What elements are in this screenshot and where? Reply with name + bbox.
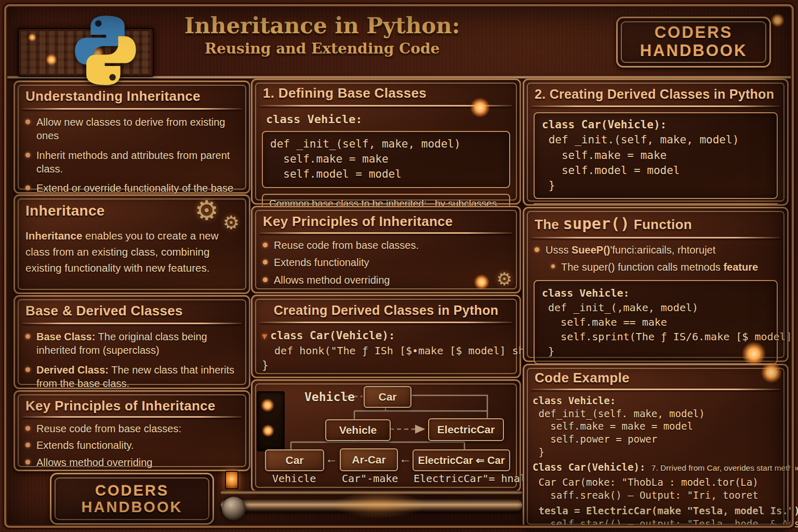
bullet-item: Extends functionality bbox=[263, 256, 509, 269]
lamp-glow bbox=[46, 54, 57, 65]
bullet-text: Allow new classes to derive from existin… bbox=[36, 115, 238, 143]
panel-title: 2. Creating Derived Classes in Python bbox=[524, 80, 787, 105]
diagram-box-vehicle: Vehicle bbox=[325, 419, 391, 441]
code-line: self.model = model bbox=[542, 163, 769, 178]
title-rule bbox=[260, 105, 512, 107]
code-block: class Vehicle: def _init_(,make, model) … bbox=[534, 280, 778, 364]
bullet-text: Allows method overriding bbox=[36, 456, 152, 469]
panel-super-function: The super() Function Usss SueeP()'funci:… bbox=[523, 207, 789, 362]
bullet-dot bbox=[263, 260, 268, 264]
code-line: Car Car(moke: "ThobLa : model.tor(La) bbox=[533, 476, 779, 489]
panel-title: Key Principles of Inheritance bbox=[15, 392, 249, 416]
lead-word: Inheritance bbox=[25, 230, 82, 242]
lamp-glow bbox=[28, 33, 36, 42]
gear-icon: ⚙ bbox=[194, 197, 219, 224]
panel-base-derived-classes: Base & Derived Classes Base Class: The o… bbox=[14, 295, 250, 389]
panel-creating-derived-middle: Creating Derived Classes in Python ▼clas… bbox=[251, 295, 521, 378]
code-line: class Vehicle: bbox=[542, 286, 769, 300]
diagram-caption: ElectricCar"= hnales bbox=[414, 472, 539, 485]
panel-inheritance-definition: ⚙ ⚙ Inheritance Inheritance enables you … bbox=[14, 194, 250, 294]
panel-code-example: Code Example class Vehicle: def_init_(se… bbox=[523, 364, 789, 529]
code-line: } bbox=[262, 358, 520, 373]
bullet-text: Extends functionality bbox=[274, 256, 369, 269]
bullet-item: Usss SueeP()'funci:ariicails, rhtorujet bbox=[535, 243, 777, 257]
diagram-label-vehicle: Vehicle bbox=[304, 390, 355, 404]
title-line2: Reusing and Extending Code bbox=[156, 40, 488, 57]
code-block: class Car(Vehicle): def _init.(self, mak… bbox=[534, 112, 778, 199]
code-line: class Car(Vehicle): bbox=[542, 117, 769, 132]
panel-title: 1. Defining Base Classes bbox=[252, 80, 520, 105]
bullet-dot bbox=[25, 185, 30, 190]
code-comment: 7. Drrived from Car, overides start meth… bbox=[651, 463, 798, 472]
code-line: def _init.(self, make, model) bbox=[542, 132, 769, 148]
badge-line1: CODERS bbox=[655, 24, 733, 42]
code-line: def_init_(self. make, model) bbox=[533, 407, 779, 420]
code-line: self.sprint(The ƒ IS/6.make [$ model] st… bbox=[542, 329, 769, 344]
bullet-item: Base Class: The original class being inh… bbox=[25, 330, 238, 357]
code-line: ▼class Car(Vehicle): bbox=[262, 328, 520, 343]
bullet-item: Inherit methods and attributes from pare… bbox=[25, 149, 238, 176]
bullet-seg: Usss bbox=[546, 244, 571, 256]
bullet-text: Reuse code from base classes. bbox=[274, 238, 419, 252]
panel-title: Code Example bbox=[524, 365, 787, 389]
bullet-dot bbox=[25, 334, 30, 339]
bullet-seg: 'funci:ariicails, rhtorujet bbox=[610, 244, 715, 256]
title-text: The bbox=[535, 217, 563, 232]
diagram-box-ar-car: Ar-Car bbox=[340, 448, 398, 471]
panel-title: Creating Derived Classes in Python bbox=[252, 296, 520, 322]
bullet-dot bbox=[25, 460, 30, 464]
panel-understanding-inheritance: Understanding Inheritance Allow new clas… bbox=[14, 81, 250, 194]
panel-key-principles-left: Key Principles of Inheritance Reuse code… bbox=[14, 390, 250, 471]
code-line: self.star(() – output: "Tesla, hode. & A… bbox=[533, 517, 779, 530]
code-line: self.make = make bbox=[270, 152, 502, 167]
bullet-text: Reuse code from base classes: bbox=[36, 422, 181, 435]
code-block: ▼class Car(Vehicle): def honk("The ƒ ISh… bbox=[262, 328, 520, 374]
gear-icon: ⚙ bbox=[223, 214, 240, 232]
panel-class-hierarchy-diagram: Vehicle Car Vehicle ElectricCar Car ← Ar… bbox=[251, 379, 521, 492]
bullet-dot bbox=[25, 443, 30, 447]
code-line: } bbox=[533, 446, 779, 459]
diagram-box-car-top: Car bbox=[364, 386, 411, 408]
code-block: def _init_(self, make, model) self.make … bbox=[262, 131, 510, 188]
inheritance-description: Inheritance enables you to create a new … bbox=[25, 228, 238, 276]
bullet-dot bbox=[25, 153, 30, 157]
code-line: } bbox=[542, 178, 769, 193]
class-declaration: class Vehicle: bbox=[266, 112, 520, 128]
lantern-icon bbox=[225, 471, 238, 489]
bullet-seg-bold: SueeP() bbox=[571, 244, 610, 256]
code-line: self.power = power bbox=[533, 433, 779, 446]
code-text: Class Car(Vehicle): bbox=[533, 461, 651, 473]
code-line: def honk("The ƒ ISh [$•make [$ model] sh… bbox=[262, 343, 520, 358]
panel-title: The super() Function bbox=[524, 208, 787, 237]
bullet-text: Allows method overriding bbox=[274, 273, 390, 287]
bullet-item: The super() function calls metnods featu… bbox=[551, 260, 777, 274]
title-code: super() bbox=[563, 215, 630, 233]
bullet-text: Extends functionality. bbox=[36, 438, 134, 452]
code-line: self.make = make bbox=[542, 148, 769, 163]
badge-line2: HANDBOOK bbox=[640, 42, 748, 60]
coders-handbook-badge-bottom: CODERS HANDBOOK bbox=[50, 473, 214, 525]
diagram-caption: Vehicle bbox=[272, 472, 316, 485]
bullet-term: Derived Class: bbox=[36, 364, 109, 376]
bullet-text: Usss SueeP()'funci:ariicails, rhtorujet bbox=[546, 243, 715, 257]
diagram-caption: Car"-make bbox=[342, 472, 398, 485]
page-title: Inheritance in Python: Reusing and Exten… bbox=[156, 14, 488, 57]
bullet-seg-bold: feature bbox=[723, 261, 758, 273]
code-text: class Car(Vehicle): bbox=[270, 329, 395, 342]
coders-handbook-badge: CODERS HANDBOOK bbox=[616, 17, 771, 68]
left-arrow-icon: ← bbox=[325, 451, 338, 466]
bullet-item: Reuse code from base classes: bbox=[25, 422, 238, 435]
title-line1: Inheritance in Python: bbox=[156, 14, 488, 38]
bullet-dot bbox=[263, 243, 268, 247]
panel-title: Base & Derived Classes bbox=[15, 297, 249, 323]
bullet-dot bbox=[263, 277, 268, 282]
left-arrow-icon: ← bbox=[399, 451, 411, 466]
bullet-dot bbox=[551, 264, 555, 268]
bullet-dot bbox=[25, 367, 30, 372]
bullet-dot bbox=[25, 119, 30, 124]
diagram-box-car-bottom: Car bbox=[265, 449, 324, 471]
title-rule bbox=[22, 323, 242, 324]
pipe bbox=[221, 499, 522, 512]
bullet-text: Base Class: The original class being inh… bbox=[36, 330, 238, 357]
title-rule bbox=[531, 389, 780, 390]
